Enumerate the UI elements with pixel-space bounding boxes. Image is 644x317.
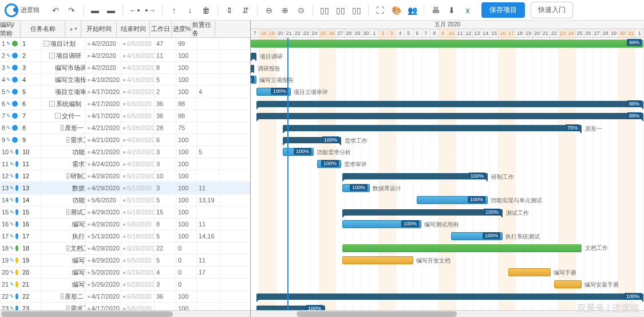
expand-icon[interactable]: - bbox=[49, 101, 55, 107]
outdent-icon[interactable]: ▬ bbox=[88, 3, 102, 17]
excel-icon[interactable]: x bbox=[461, 3, 475, 17]
expand-icon[interactable]: - bbox=[49, 53, 55, 58]
gantt-bar[interactable]: 100% bbox=[256, 306, 325, 310]
gantt-bar[interactable]: 100%需求工作 bbox=[283, 137, 341, 143]
collapse-all-icon[interactable]: ⇵ bbox=[239, 3, 252, 17]
gantt-bar[interactable]: 项目调研 bbox=[251, 53, 256, 59]
quick-start-button[interactable]: 快速入门 bbox=[531, 2, 573, 18]
edit-icon[interactable]: ✎ bbox=[6, 77, 11, 83]
edit-icon[interactable]: ✎ bbox=[10, 306, 14, 310]
task-row[interactable]: 22 ✎ 22-原形二■4/17/2020■6/5/202036100 bbox=[0, 291, 250, 303]
gantt-bar[interactable]: 编写安装手册 bbox=[554, 280, 582, 288]
task-row[interactable]: 6 ✎ 6-系统编制■4/17/2020■6/5/20203688 bbox=[0, 98, 250, 110]
expand-all-icon[interactable]: ⇕ bbox=[223, 3, 236, 17]
col-sort[interactable]: ▲▼ bbox=[65, 21, 81, 37]
col-dep[interactable]: 前置任务 bbox=[192, 21, 215, 37]
task-row[interactable]: 7 ✎ 7-交付一■4/17/2020■6/5/20203688 bbox=[0, 110, 250, 122]
gantt-hscroll[interactable] bbox=[251, 310, 644, 317]
edit-icon[interactable]: ✎ bbox=[6, 53, 11, 58]
gantt-bar[interactable]: 编写手册 bbox=[508, 268, 551, 276]
gantt-bar[interactable]: 编写开发文档 bbox=[342, 256, 413, 264]
task-row[interactable]: 23 ✎ 23-需求工作■4/17/2020■5/5/2020100 bbox=[0, 303, 250, 310]
task-row[interactable]: 16 ✎ 16编写测试用例■4/29/2020■5/8/2020810011 bbox=[0, 218, 250, 230]
right-align-icon[interactable]: •→ bbox=[144, 3, 157, 17]
edit-icon[interactable]: ✎ bbox=[10, 281, 14, 287]
edit-icon[interactable]: ✎ bbox=[6, 41, 11, 46]
grid-body[interactable]: 1 ✎ 1-项目计划■4/2/2020■6/5/202047992 ✎ 2-项目… bbox=[0, 38, 250, 310]
save-project-button[interactable]: 保存项目 bbox=[481, 2, 525, 18]
grid-hscroll[interactable] bbox=[0, 310, 250, 317]
gantt-bar[interactable]: 100%执行系统测试 bbox=[451, 232, 503, 240]
view1-icon[interactable]: ▯▯ bbox=[318, 3, 331, 17]
fit-icon[interactable]: ⊙ bbox=[294, 3, 308, 17]
task-row[interactable]: 8 ✎ 8-原形一■4/21/2020■5/28/20202875 bbox=[0, 122, 250, 134]
gantt-bar[interactable]: 100%测试工作 bbox=[342, 209, 503, 216]
gantt-bar[interactable]: 99% bbox=[251, 40, 643, 48]
task-row[interactable]: 3 ✎ 3编写市场调研报告■4/2/2020■4/13/20208100 bbox=[0, 62, 250, 74]
redo-icon[interactable]: ↷ bbox=[65, 3, 78, 17]
expand-icon[interactable]: - bbox=[66, 209, 69, 215]
edit-icon[interactable]: ✎ bbox=[10, 293, 14, 299]
gantt-bar[interactable]: 100% bbox=[256, 293, 643, 300]
expand-icon[interactable]: - bbox=[61, 125, 64, 131]
edit-icon[interactable]: ✎ bbox=[6, 65, 11, 71]
delete-icon[interactable]: 🗑 bbox=[199, 3, 213, 17]
users-icon[interactable]: 👥 bbox=[405, 3, 419, 17]
edit-icon[interactable]: ✎ bbox=[10, 245, 14, 251]
view2-icon[interactable]: ▯▯ bbox=[334, 3, 347, 17]
col-start[interactable]: 开始时间 bbox=[81, 21, 117, 37]
expand-icon[interactable]: - bbox=[66, 173, 69, 179]
undo-icon[interactable]: ↶ bbox=[49, 3, 62, 17]
expand-icon[interactable]: - bbox=[66, 137, 69, 143]
col-end[interactable]: 结束时间 bbox=[117, 21, 150, 37]
edit-icon[interactable]: ✎ bbox=[10, 269, 14, 275]
download-icon[interactable]: ⬇ bbox=[445, 3, 459, 17]
edit-icon[interactable]: ✎ bbox=[6, 101, 11, 107]
gantt-bar[interactable]: 100%需求审评 bbox=[317, 160, 341, 168]
task-row[interactable]: 14 ✎ 14功能实现与单■5/6/2020■5/12/2020510013,1… bbox=[0, 194, 250, 206]
palette-icon[interactable]: 🎨 bbox=[389, 3, 403, 17]
gantt-bar[interactable]: 100%项目立项审评 bbox=[256, 88, 291, 96]
col-number[interactable]: 编码/简称 bbox=[0, 21, 21, 37]
edit-icon[interactable]: ✎ bbox=[10, 197, 14, 203]
task-row[interactable]: 12 ✎ 12-研制工作■4/29/2020■5/12/202010100 bbox=[0, 170, 250, 182]
col-pct[interactable]: 进度% bbox=[172, 21, 192, 37]
fullscreen-icon[interactable]: ⛶ bbox=[373, 3, 387, 17]
edit-icon[interactable]: ✎ bbox=[10, 221, 14, 227]
print-icon[interactable]: 🖶 bbox=[429, 3, 442, 17]
task-row[interactable]: 18 ✎ 18-文档工作■4/29/2020■5/28/2020220 bbox=[0, 242, 250, 255]
task-row[interactable]: 13 ✎ 13数据库设计■4/29/2020■5/1/2020310011 bbox=[0, 182, 250, 194]
expand-icon[interactable]: - bbox=[44, 41, 49, 46]
gantt-bar[interactable]: 100%数据库设计 bbox=[342, 184, 370, 192]
edit-icon[interactable]: ✎ bbox=[10, 149, 14, 155]
expand-icon[interactable]: - bbox=[55, 113, 61, 119]
task-row[interactable]: 10 ✎ 10功能需求分析■4/21/2020■4/23/202031005 bbox=[0, 146, 250, 158]
gantt-bar[interactable]: 75%原形一 bbox=[283, 125, 582, 131]
gantt-body[interactable]: 99%项目调研调研报告100%编写立项报告100%项目立项审评88%88%75%… bbox=[251, 38, 644, 310]
task-row[interactable]: 4 ✎ 4编写立项报告■4/10/2020■4/16/20205100 bbox=[0, 74, 250, 86]
edit-icon[interactable]: ✎ bbox=[10, 209, 14, 215]
gantt-bar[interactable]: 100%研制工作 bbox=[342, 173, 488, 179]
task-row[interactable]: 9 ✎ 9-需求工作■4/21/2020■4/28/20206100 bbox=[0, 134, 250, 146]
task-row[interactable]: 11 ✎ 11需求审评■4/24/2020■4/28/20203100 bbox=[0, 158, 250, 170]
zoom-in-icon[interactable]: ⊕ bbox=[278, 3, 292, 17]
gantt-bar[interactable]: 100%编写测试用例 bbox=[342, 220, 421, 228]
task-row[interactable]: 2 ✎ 2-项目调研■4/2/2020■4/16/202011100 bbox=[0, 50, 250, 62]
gantt-bar[interactable]: 100%编写立项报告 bbox=[251, 76, 256, 84]
left-align-icon[interactable]: ←• bbox=[128, 3, 141, 17]
expand-icon[interactable]: - bbox=[66, 306, 69, 310]
edit-icon[interactable]: ✎ bbox=[10, 161, 14, 167]
edit-icon[interactable]: ✎ bbox=[6, 137, 11, 143]
col-days[interactable]: 工作日 bbox=[150, 21, 172, 37]
edit-icon[interactable]: ✎ bbox=[10, 233, 14, 239]
task-row[interactable]: 15 ✎ 15-测试工作■4/29/2020■5/19/202015100 bbox=[0, 206, 250, 218]
edit-icon[interactable]: ✎ bbox=[10, 173, 14, 179]
task-row[interactable]: 19 ✎ 19编写开发文档■4/29/2020■5/5/20205011 bbox=[0, 255, 250, 267]
edit-icon[interactable]: ✎ bbox=[10, 257, 14, 263]
expand-icon[interactable]: - bbox=[66, 245, 69, 251]
gantt-bar[interactable]: 88% bbox=[256, 113, 643, 119]
move-down-icon[interactable]: ↓ bbox=[183, 3, 197, 17]
task-row[interactable]: 20 ✎ 20编写手册■5/20/2020■5/25/20204017 bbox=[0, 267, 250, 279]
edit-icon[interactable]: ✎ bbox=[6, 89, 11, 95]
gantt-bar[interactable]: 100%功能实现与单元测试 bbox=[417, 196, 488, 204]
